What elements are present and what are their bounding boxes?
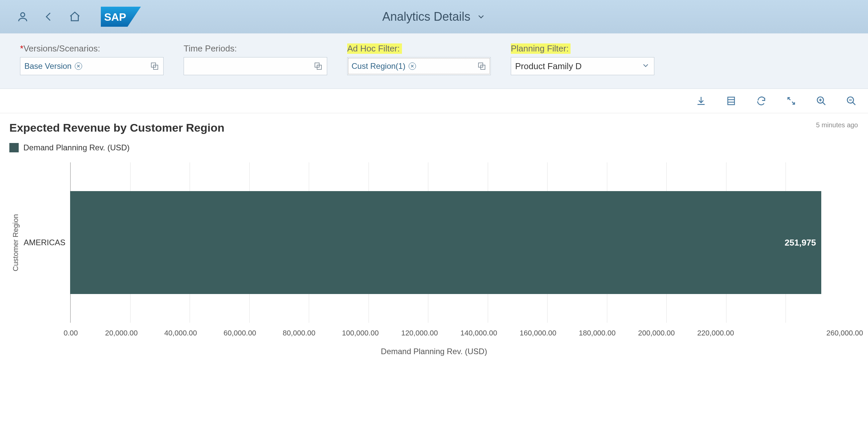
zoom-out-icon[interactable] [845,94,858,108]
bar-row: 251,975 [70,191,845,294]
filter-versions: *Versions/Scenarios: Base Version ✕ [20,44,163,75]
filter-versions-input[interactable]: Base Version ✕ [20,57,163,75]
plot-wrap: Customer Region AMERICAS 251,975 [9,163,859,323]
y-axis-title: Customer Region [9,163,20,323]
x-tick: 200,000.00 [638,329,697,338]
planning-value: Product Family D [515,61,582,71]
value-help-icon[interactable] [477,61,487,71]
plot-area: 251,975 [70,163,845,323]
filter-planning-label: Planning Filter: [511,44,570,54]
filter-planning-select[interactable]: Product Family D [511,57,654,75]
legend-label: Demand Planning Rev. (USD) [23,143,129,152]
table-icon[interactable] [724,94,738,108]
legend-swatch [9,143,19,152]
adhoc-token-text: Cust Region(1) [351,61,405,71]
x-tick: 40,000.00 [164,329,223,338]
x-tick: 180,000.00 [579,329,638,338]
bar-value-label: 251,975 [784,237,816,248]
page-title: Analytics Details [382,10,470,24]
x-tick: 60,000.00 [223,329,282,338]
x-tick: 100,000.00 [342,329,401,338]
x-tick: 140,000.00 [460,329,520,338]
chevron-down-icon [641,61,650,71]
close-icon[interactable]: ✕ [409,62,416,70]
top-header: SAP Analytics Details [0,0,868,33]
svg-rect-10 [728,97,735,105]
chart-area: 5 minutes ago Expected Revenue by Custom… [0,113,868,370]
filter-adhoc-label: Ad Hoc Filter: [347,44,402,54]
svg-line-20 [852,102,855,105]
close-icon[interactable]: ✕ [75,62,82,70]
filter-adhoc-input[interactable]: Cust Region(1) ✕ [347,57,491,75]
chart-toolbar [0,89,868,113]
bar-americas[interactable]: 251,975 [70,191,821,294]
adhoc-token[interactable]: Cust Region(1) ✕ [351,61,416,71]
svg-line-16 [823,102,825,105]
chart-title: Expected Revenue by Customer Region [9,121,859,134]
svg-point-0 [21,13,25,17]
topbar-left-group: SAP [16,7,141,27]
back-icon[interactable] [42,10,55,23]
filter-bar: *Versions/Scenarios: Base Version ✕ Time… [0,33,868,89]
version-token[interactable]: Base Version ✕ [24,61,82,71]
x-tick: 20,000.00 [105,329,164,338]
value-help-icon[interactable] [313,61,323,71]
chart-timestamp: 5 minutes ago [816,121,858,129]
value-help-icon[interactable] [150,61,159,71]
x-axis-title: Demand Planning Rev. (USD) [9,347,859,356]
fullscreen-icon[interactable] [784,94,798,108]
version-token-text: Base Version [24,61,71,71]
x-tick: 120,000.00 [401,329,460,338]
filter-adhoc: Ad Hoc Filter: Cust Region(1) ✕ [347,44,491,75]
home-icon[interactable] [68,10,82,23]
filter-planning: Planning Filter: Product Family D [511,44,654,75]
x-axis-ticks: 0.0020,000.0040,000.0060,000.0080,000.00… [75,329,845,338]
refresh-icon[interactable] [754,94,768,108]
page-title-dropdown[interactable]: Analytics Details [382,10,486,24]
y-category-label: AMERICAS [20,163,70,323]
sap-logo: SAP [101,7,141,27]
filter-time-input[interactable] [184,57,327,75]
x-tick: 220,000.00 [698,329,756,338]
chevron-down-icon [476,12,486,21]
zoom-in-icon[interactable] [814,94,828,108]
filter-time-label: Time Periods: [184,44,327,54]
x-tick: 160,000.00 [520,329,579,338]
download-icon[interactable] [694,94,708,108]
svg-text:SAP: SAP [104,11,126,23]
user-icon[interactable] [16,10,29,23]
x-tick: 80,000.00 [283,329,342,338]
chart-legend: Demand Planning Rev. (USD) [9,143,859,152]
filter-versions-label: *Versions/Scenarios: [20,44,163,54]
filter-time-periods: Time Periods: [184,44,327,75]
x-tick: 260,000.00 [804,329,863,338]
